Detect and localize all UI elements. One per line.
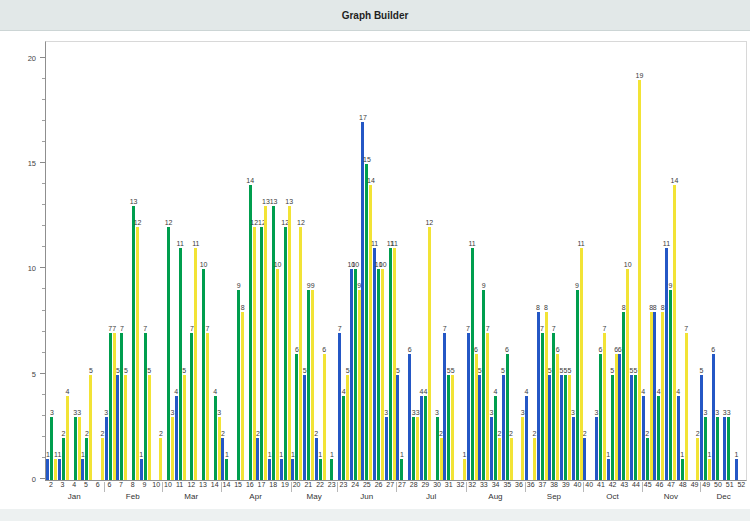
window-titlebar[interactable]: Graph Builder: [0, 0, 750, 31]
bar-yellow-week-37[interactable]: 8: [545, 312, 548, 480]
bar-yellow-week-48[interactable]: 7: [685, 333, 688, 480]
bar-green-week-11[interactable]: 11: [179, 248, 182, 480]
bar-blue-week-46[interactable]: 8: [653, 312, 656, 480]
bar-yellow-week-49[interactable]: 2: [696, 438, 699, 480]
bar-blue-week-50[interactable]: 6: [712, 354, 715, 480]
bar-yellow-week-13[interactable]: 7: [206, 333, 209, 480]
bar-green-week-12[interactable]: 7: [190, 333, 193, 480]
bar-yellow-week-24[interactable]: 9: [358, 290, 361, 480]
bar-yellow-week-18[interactable]: 10: [276, 269, 279, 480]
bar-yellow-week-10[interactable]: 2: [159, 438, 162, 480]
bar-yellow-week-8[interactable]: 12: [136, 227, 139, 480]
bar-yellow-week-16[interactable]: 12: [253, 227, 256, 480]
bar-yellow-week-17[interactable]: 13: [264, 206, 267, 480]
bar-blue-week-28[interactable]: 6: [408, 354, 411, 480]
bar-green-week-16[interactable]: 14: [249, 185, 252, 480]
bar-yellow-week-7[interactable]: 5: [124, 375, 127, 480]
bar-yellow-week-5[interactable]: 5: [89, 375, 92, 480]
bar-yellow-week-19[interactable]: 13: [288, 206, 291, 480]
bar-blue-week-27[interactable]: 3: [385, 417, 388, 480]
bar-green-week-50[interactable]: 3: [716, 417, 719, 480]
bar-green-week-18[interactable]: 13: [272, 206, 275, 480]
bar-yellow-week-42[interactable]: 6: [615, 354, 618, 480]
bar-blue-week-3[interactable]: 1: [58, 459, 61, 480]
plot-area[interactable]: 1311243312523775751312175212341157111074…: [45, 41, 747, 481]
bar-green-week-2[interactable]: 3: [50, 417, 53, 480]
bar-blue-week-21[interactable]: 5: [303, 375, 306, 480]
bar-yellow-week-49[interactable]: 1: [708, 459, 711, 480]
bar-green-week-27[interactable]: 1: [400, 459, 403, 480]
bar-yellow-week-35[interactable]: 2: [510, 438, 513, 480]
bar-yellow-week-31[interactable]: 5: [451, 375, 454, 480]
bar-green-week-29[interactable]: 4: [424, 396, 427, 480]
bar-yellow-week-6[interactable]: 7: [113, 333, 116, 480]
bar-blue-week-39[interactable]: 5: [560, 375, 563, 480]
bar-green-week-14[interactable]: 1: [225, 459, 228, 480]
bar-green-week-42[interactable]: 5: [611, 375, 614, 480]
bar-yellow-week-45[interactable]: 8: [650, 312, 653, 480]
bar-green-week-24[interactable]: 10: [354, 269, 357, 480]
bar-blue-week-11[interactable]: 4: [175, 396, 178, 480]
bar-green-week-40[interactable]: 9: [576, 290, 579, 480]
bar-blue-week-31[interactable]: 7: [443, 333, 446, 480]
bar-blue-week-41[interactable]: 3: [595, 417, 598, 480]
bar-blue-week-23[interactable]: 7: [338, 333, 341, 480]
bar-yellow-week-20[interactable]: 12: [299, 227, 302, 480]
bar-blue-week-43[interactable]: 6: [618, 354, 621, 480]
bar-green-week-28[interactable]: 3: [412, 417, 415, 480]
bar-green-week-46[interactable]: 4: [657, 396, 660, 480]
bar-blue-week-34[interactable]: 3: [490, 417, 493, 480]
bar-blue-week-52[interactable]: 1: [735, 459, 738, 480]
bar-blue-week-38[interactable]: 5: [548, 375, 551, 480]
bar-green-week-9[interactable]: 7: [144, 333, 147, 480]
bar-blue-week-17[interactable]: 2: [256, 438, 259, 480]
bar-blue-week-49[interactable]: 5: [700, 375, 703, 480]
bar-yellow-week-26[interactable]: 10: [381, 269, 384, 480]
bar-blue-week-42[interactable]: 1: [607, 459, 610, 480]
bar-green-week-37[interactable]: 7: [541, 333, 544, 480]
bar-green-week-33[interactable]: 9: [482, 290, 485, 480]
bar-blue-week-5[interactable]: 1: [81, 459, 84, 480]
bar-yellow-week-25[interactable]: 14: [369, 185, 372, 480]
bar-green-week-32[interactable]: 11: [471, 248, 474, 480]
bar-green-week-23[interactable]: 1: [330, 459, 333, 480]
bar-blue-week-22[interactable]: 2: [315, 438, 318, 480]
bar-blue-week-20[interactable]: 1: [291, 459, 294, 480]
bar-yellow-week-12[interactable]: 11: [194, 248, 197, 480]
bar-blue-week-24[interactable]: 10: [350, 269, 353, 480]
bar-green-week-3[interactable]: 2: [62, 438, 65, 480]
bar-yellow-week-6[interactable]: 2: [101, 438, 104, 480]
bar-yellow-week-39[interactable]: 5: [568, 375, 571, 480]
bar-blue-week-48[interactable]: 4: [677, 396, 680, 480]
bar-green-week-35[interactable]: 6: [506, 354, 509, 480]
bar-yellow-week-23[interactable]: 5: [346, 375, 349, 480]
bar-yellow-week-43[interactable]: 10: [626, 269, 629, 480]
bar-yellow-week-34[interactable]: 2: [498, 438, 501, 480]
bar-yellow-week-22[interactable]: 6: [323, 354, 326, 480]
bar-blue-week-45[interactable]: 4: [642, 396, 645, 480]
bar-blue-week-47[interactable]: 11: [665, 248, 668, 480]
bar-blue-week-51[interactable]: 3: [723, 417, 726, 480]
bar-blue-week-26[interactable]: 11: [373, 248, 376, 480]
bar-green-week-39[interactable]: 5: [564, 375, 567, 480]
bar-green-week-43[interactable]: 8: [622, 312, 625, 480]
bar-green-week-19[interactable]: 12: [284, 227, 287, 480]
bar-green-week-17[interactable]: 12: [260, 227, 263, 480]
bar-green-week-27[interactable]: 11: [389, 248, 392, 480]
bar-blue-week-37[interactable]: 8: [537, 312, 540, 480]
bar-yellow-week-9[interactable]: 5: [148, 375, 151, 480]
bar-blue-week-40[interactable]: 2: [583, 438, 586, 480]
bar-blue-week-6[interactable]: 3: [105, 417, 108, 480]
bar-blue-week-35[interactable]: 5: [502, 375, 505, 480]
bar-green-week-47[interactable]: 9: [669, 290, 672, 480]
bar-blue-week-18[interactable]: 1: [268, 459, 271, 480]
bar-green-week-26[interactable]: 10: [377, 269, 380, 480]
bar-yellow-week-29[interactable]: 12: [428, 227, 431, 480]
bar-yellow-week-3[interactable]: 4: [66, 396, 69, 480]
bar-yellow-week-40[interactable]: 11: [580, 248, 583, 480]
bar-yellow-week-21[interactable]: 9: [311, 290, 314, 480]
bar-blue-week-9[interactable]: 1: [140, 459, 143, 480]
bar-green-week-34[interactable]: 4: [494, 396, 497, 480]
bar-green-week-41[interactable]: 6: [599, 354, 602, 480]
bar-blue-week-19[interactable]: 1: [280, 459, 283, 480]
